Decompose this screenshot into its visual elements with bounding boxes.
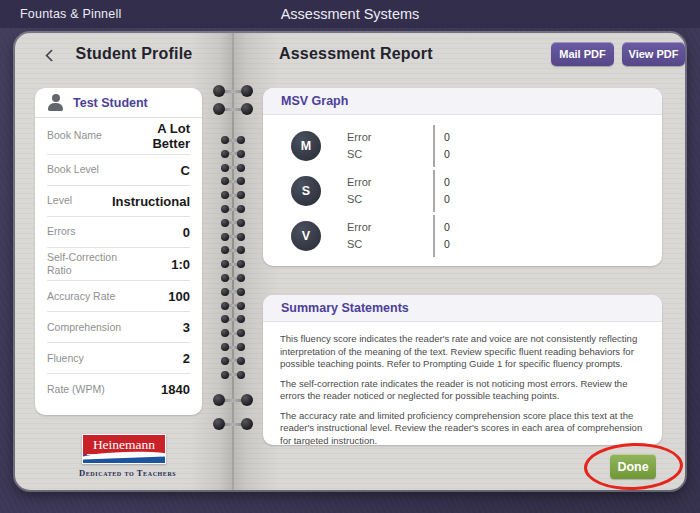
spiral-ring bbox=[221, 233, 245, 241]
stat-row-fluency: Fluency 2 bbox=[47, 343, 190, 374]
msv-m-badge: M bbox=[291, 131, 321, 161]
app-title: Assessment Systems bbox=[0, 6, 700, 22]
msv-graph-title: MSV Graph bbox=[263, 88, 662, 115]
msv-sc-value: 0 bbox=[444, 236, 450, 253]
student-name: Test Student bbox=[73, 96, 148, 110]
student-stats-list: Book Name A Lot Better Book Level C Leve… bbox=[35, 118, 202, 405]
msv-graph-card: MSV Graph M Error SC 0 0 S bbox=[263, 88, 662, 266]
heinemann-wave-icon bbox=[83, 455, 166, 463]
spiral-ring bbox=[221, 177, 245, 185]
mail-pdf-button[interactable]: Mail PDF bbox=[551, 42, 614, 66]
stat-value: 1:0 bbox=[171, 257, 190, 272]
notebook: Student Profile Test Student Book Name A… bbox=[15, 33, 685, 490]
heinemann-logo-box: Heinemann bbox=[82, 434, 166, 464]
msv-error-value: 0 bbox=[444, 129, 450, 146]
spiral-ring bbox=[221, 357, 245, 365]
left-page: Student Profile Test Student Book Name A… bbox=[15, 33, 233, 490]
stat-row-accuracy: Accuracy Rate 100 bbox=[47, 281, 190, 312]
spiral-ring bbox=[221, 329, 245, 337]
msv-error-label: Error bbox=[347, 174, 405, 191]
msv-s-badge: S bbox=[291, 176, 321, 206]
stat-value: C bbox=[181, 163, 190, 178]
right-page-title: Assessment Report bbox=[279, 45, 433, 63]
msv-divider bbox=[433, 215, 435, 257]
msv-row-m: M Error SC 0 0 bbox=[291, 123, 662, 168]
spiral-ring bbox=[221, 164, 245, 172]
summary-statements-card: Summary Statements This fluency score in… bbox=[263, 295, 662, 445]
stat-value: 0 bbox=[183, 225, 190, 240]
stat-value: A Lot Better bbox=[123, 121, 190, 151]
spiral-ring bbox=[221, 205, 245, 213]
stat-row-book-level: Book Level C bbox=[47, 155, 190, 186]
stat-row-comprehension: Comprehension 3 bbox=[47, 312, 190, 343]
stat-label: Book Level bbox=[47, 163, 131, 176]
spiral-ring bbox=[213, 103, 253, 115]
spiral-ring bbox=[221, 219, 245, 227]
msv-divider bbox=[433, 170, 435, 212]
stat-label: Fluency bbox=[47, 352, 131, 365]
summary-title: Summary Statements bbox=[263, 295, 662, 322]
stat-label: Book Name bbox=[47, 129, 123, 142]
view-pdf-button[interactable]: View PDF bbox=[622, 42, 685, 66]
msv-error-label: Error bbox=[347, 219, 405, 236]
stat-row-level: Level Instructional bbox=[47, 186, 190, 217]
summary-paragraph-accuracy: The accuracy rate and limited proficienc… bbox=[280, 410, 645, 445]
heinemann-logo: Heinemann Dedicated to Teachers bbox=[79, 434, 169, 478]
spiral-ring bbox=[213, 394, 253, 406]
student-header: Test Student bbox=[35, 88, 202, 118]
stat-label: Self-Correction Ratio bbox=[47, 251, 131, 277]
stat-row-errors: Errors 0 bbox=[47, 217, 190, 248]
summary-paragraph-self-correction: The self-correction rate indicates the r… bbox=[280, 378, 645, 403]
stat-label: Comprehension bbox=[47, 321, 131, 334]
right-page: Assessment Report Mail PDF View PDF MSV … bbox=[233, 33, 685, 490]
msv-error-value: 0 bbox=[444, 174, 450, 191]
msv-graph-body: M Error SC 0 0 S Error SC bbox=[263, 115, 662, 258]
stat-row-self-correction: Self-Correction Ratio 1:0 bbox=[47, 248, 190, 281]
msv-row-s: S Error SC 0 0 bbox=[291, 168, 662, 213]
spiral-ring bbox=[221, 371, 245, 379]
app-bar: Fountas & Pinnell Assessment Systems bbox=[0, 0, 700, 28]
spiral-ring bbox=[213, 418, 253, 430]
msv-sc-value: 0 bbox=[444, 146, 450, 163]
summary-paragraph-fluency: This fluency score indicates the reader'… bbox=[280, 333, 645, 371]
spiral-ring bbox=[221, 260, 245, 268]
msv-error-value: 0 bbox=[444, 219, 450, 236]
spiral-ring bbox=[221, 315, 245, 323]
msv-divider bbox=[433, 125, 435, 167]
stat-row-rate-wpm: Rate (WPM) 1840 bbox=[47, 374, 190, 405]
stat-value: 3 bbox=[183, 320, 190, 335]
msv-v-badge: V bbox=[291, 221, 321, 251]
msv-error-label: Error bbox=[347, 129, 405, 146]
msv-sc-label: SC bbox=[347, 236, 405, 253]
spiral-ring bbox=[213, 85, 253, 97]
msv-sc-label: SC bbox=[347, 191, 405, 208]
spiral-ring bbox=[221, 302, 245, 310]
left-page-header: Student Profile bbox=[15, 42, 233, 72]
spiral-ring bbox=[221, 136, 245, 144]
spiral-ring bbox=[221, 288, 245, 296]
spiral-binding bbox=[215, 33, 251, 490]
spiral-ring bbox=[221, 150, 245, 158]
student-profile-card: Test Student Book Name A Lot Better Book… bbox=[35, 88, 202, 415]
stat-label: Errors bbox=[47, 225, 131, 238]
spiral-ring bbox=[221, 246, 245, 254]
stat-value: Instructional bbox=[112, 194, 190, 209]
stat-value: 100 bbox=[168, 289, 190, 304]
msv-row-v: V Error SC 0 0 bbox=[291, 213, 662, 258]
left-page-title: Student Profile bbox=[55, 45, 213, 63]
stat-label: Level bbox=[47, 194, 112, 207]
spiral-ring bbox=[221, 274, 245, 282]
stat-label: Accuracy Rate bbox=[47, 290, 131, 303]
msv-sc-label: SC bbox=[347, 146, 405, 163]
stat-value: 1840 bbox=[161, 382, 190, 397]
person-icon bbox=[48, 94, 63, 111]
stat-label: Rate (WPM) bbox=[47, 383, 131, 396]
summary-body: This fluency score indicates the reader'… bbox=[263, 322, 662, 445]
heinemann-tagline: Dedicated to Teachers bbox=[79, 468, 169, 478]
stat-row-book-name: Book Name A Lot Better bbox=[47, 118, 190, 155]
spiral-ring bbox=[221, 191, 245, 199]
done-button[interactable]: Done bbox=[610, 454, 656, 479]
msv-sc-value: 0 bbox=[444, 191, 450, 208]
stat-value: 2 bbox=[183, 351, 190, 366]
spiral-ring bbox=[221, 343, 245, 351]
